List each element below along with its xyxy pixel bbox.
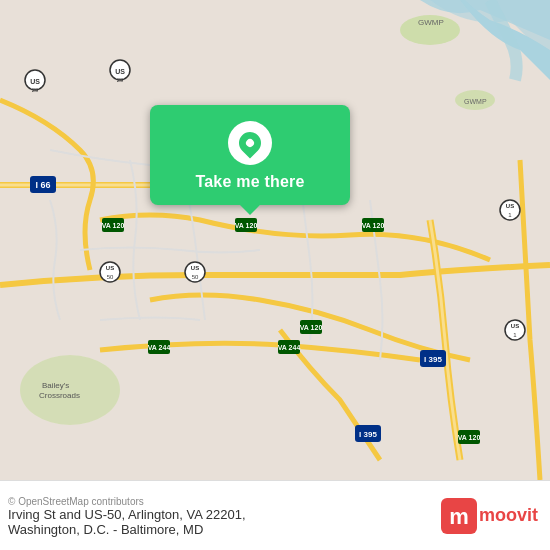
svg-text:50: 50 <box>107 274 114 280</box>
svg-text:US: US <box>191 265 199 271</box>
svg-text:US: US <box>506 203 514 209</box>
city-line: Washington, D.C. - Baltimore, MD <box>8 522 441 537</box>
svg-text:GWMP: GWMP <box>418 18 444 27</box>
svg-text:US: US <box>511 323 519 329</box>
svg-text:29: 29 <box>117 77 124 83</box>
svg-text:I 395: I 395 <box>359 430 377 439</box>
svg-text:29: 29 <box>32 87 39 93</box>
moovit-logo: m moovit <box>441 498 538 534</box>
svg-text:I 395: I 395 <box>424 355 442 364</box>
map-background: GWMP GWMP Bailey's Crossroads <box>0 0 550 480</box>
svg-text:US: US <box>106 265 114 271</box>
svg-text:Bailey's: Bailey's <box>42 381 69 390</box>
location-pin-icon <box>234 127 265 158</box>
svg-point-5 <box>20 355 120 425</box>
svg-text:VA 120: VA 120 <box>458 434 481 441</box>
copyright-text: © OpenStreetMap contributors <box>8 496 441 507</box>
moovit-brand-text: moovit <box>479 505 538 526</box>
take-me-there-button[interactable]: Take me there <box>195 173 304 191</box>
address-block: © OpenStreetMap contributors Irving St a… <box>8 494 441 537</box>
svg-text:VA 120: VA 120 <box>102 222 125 229</box>
svg-text:VA 120: VA 120 <box>362 222 385 229</box>
pin-icon-wrapper <box>228 121 272 165</box>
map-container: GWMP GWMP Bailey's Crossroads <box>0 0 550 480</box>
svg-text:US: US <box>115 68 125 75</box>
address-line: Irving St and US-50, Arlington, VA 22201… <box>8 507 441 522</box>
bottom-bar: © OpenStreetMap contributors Irving St a… <box>0 480 550 550</box>
svg-text:VA 120: VA 120 <box>300 324 323 331</box>
svg-text:GWMP: GWMP <box>464 98 487 105</box>
svg-text:US: US <box>30 78 40 85</box>
moovit-m-icon: m <box>441 498 477 534</box>
svg-text:VA 244: VA 244 <box>278 344 301 351</box>
svg-text:VA 120: VA 120 <box>235 222 258 229</box>
svg-text:Crossroads: Crossroads <box>39 391 80 400</box>
svg-text:I 66: I 66 <box>35 180 50 190</box>
svg-text:VA 244: VA 244 <box>148 344 171 351</box>
svg-text:50: 50 <box>192 274 199 280</box>
svg-text:m: m <box>449 504 469 529</box>
take-me-there-card[interactable]: Take me there <box>150 105 350 205</box>
